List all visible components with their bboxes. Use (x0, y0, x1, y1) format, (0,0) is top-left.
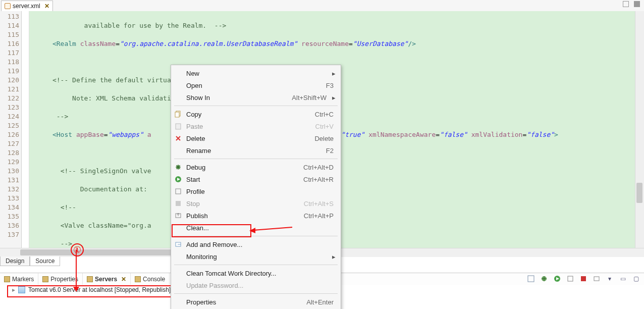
menu-publish[interactable]: PublishCtrl+Alt+P (171, 210, 341, 222)
delete-icon (174, 134, 182, 142)
menu-monitoring[interactable]: Monitoring (171, 250, 341, 263)
xml-file-icon (5, 3, 11, 9)
menu-copy[interactable]: CopyCtrl+C (171, 108, 341, 120)
menu-new[interactable]: New (171, 67, 341, 79)
menu-shortcut: F2 (326, 147, 334, 154)
annotation-arrow-1-head (73, 287, 79, 292)
scrollbar-thumb[interactable] (636, 183, 642, 203)
close-tab-icon[interactable]: ✕ (42, 3, 49, 10)
view-tab-label: Servers (95, 276, 117, 283)
menu-debug[interactable]: DebugCtrl+Alt+D (171, 161, 341, 173)
menu-show-in[interactable]: Show InAlt+Shift+W (171, 91, 341, 104)
copy-icon (174, 110, 182, 118)
properties-icon (42, 276, 48, 282)
file-tab-label: server.xml (13, 3, 40, 10)
line-number-gutter: 113 114 115 116 117 118 119 120 121 122 … (0, 11, 22, 256)
menu-label: Publish (186, 212, 208, 220)
maximize-view-icon[interactable]: ▢ (632, 275, 640, 283)
run-icon[interactable] (553, 275, 561, 283)
file-tab-serverxml[interactable]: server.xml ✕ (1, 1, 53, 11)
add-remove-icon (174, 240, 182, 248)
workbench: server.xml ✕ 113 114 115 116 117 118 119… (0, 0, 644, 309)
menu-open[interactable]: OpenF3 (171, 79, 341, 91)
context-menu: New OpenF3 Show InAlt+Shift+W CopyCtrl+C… (171, 65, 341, 309)
menu-rename[interactable]: RenameF2 (171, 144, 341, 157)
menu-label: Clean Tomcat Work Directory... (186, 270, 276, 277)
publish-icon[interactable] (593, 275, 601, 283)
close-view-icon[interactable]: ✕ (119, 276, 126, 283)
server-icon (18, 286, 25, 293)
menu-shortcut: Ctrl+Alt+D (303, 164, 334, 171)
menu-label: Update Password... (186, 282, 243, 289)
menu-delete[interactable]: DeleteDelete (171, 132, 341, 144)
minimize-view-icon[interactable]: ▭ (619, 275, 627, 283)
menu-shortcut: F3 (326, 82, 334, 89)
menu-separator (174, 106, 338, 106)
menu-paste: PasteCtrl+V (171, 120, 341, 132)
menu-shortcut: Ctrl+Alt+R (303, 176, 334, 183)
annotation-arrow-1-line (76, 249, 77, 289)
tab-source[interactable]: Source (30, 256, 60, 266)
annotation-number-1: ① (71, 243, 84, 256)
svg-rect-5 (581, 276, 586, 281)
menu-shortcut: Ctrl+Alt+P (304, 212, 334, 220)
menu-label: Copy (186, 111, 201, 118)
servers-toolbar: ▾ ▭ ▢ (527, 275, 640, 283)
view-tab-markers[interactable]: Markers (0, 273, 38, 285)
menu-separator (174, 293, 338, 294)
stop-icon (174, 199, 182, 208)
menu-separator (174, 159, 338, 159)
server-node-label: Tomcat v6.0 Server at localhost [Stopped… (28, 286, 171, 293)
menu-label: Delete (186, 135, 205, 142)
minimize-icon[interactable] (623, 1, 629, 7)
menu-add-remove[interactable]: Add and Remove... (171, 238, 341, 250)
svg-marker-18 (249, 228, 255, 233)
stop-icon[interactable] (579, 275, 587, 283)
menu-shortcut: Ctrl+Alt+S (304, 200, 334, 208)
new-server-icon[interactable] (527, 275, 535, 283)
svg-rect-8 (175, 112, 179, 117)
bug-icon (174, 163, 182, 171)
menu-update-password: Update Password... (171, 279, 341, 291)
svg-rect-9 (176, 124, 181, 129)
play-icon (174, 175, 182, 183)
view-menu-icon[interactable]: ▾ (606, 275, 614, 283)
editor-window-controls (623, 1, 640, 7)
profile-icon (174, 187, 182, 195)
menu-label: Rename (186, 147, 211, 154)
annotation-arrow-2 (249, 222, 295, 237)
menu-properties[interactable]: PropertiesAlt+Enter (171, 296, 341, 308)
menu-label: Stop (186, 200, 200, 208)
scrollbar-thumb[interactable] (20, 249, 172, 255)
profile-icon[interactable] (566, 275, 574, 283)
menu-profile[interactable]: Profile (171, 185, 341, 197)
svg-rect-14 (176, 201, 181, 206)
menu-label: Start (186, 176, 200, 183)
maximize-icon[interactable] (634, 1, 640, 7)
svg-rect-0 (528, 276, 534, 282)
menu-label: Profile (186, 188, 205, 195)
svg-rect-4 (568, 276, 573, 281)
view-tab-label: Console (143, 276, 165, 283)
tab-design[interactable]: Design (0, 256, 30, 266)
menu-label: Show In (186, 94, 210, 101)
console-icon (135, 276, 141, 282)
menu-clean-work-dir[interactable]: Clean Tomcat Work Directory... (171, 267, 341, 279)
svg-line-17 (253, 227, 292, 230)
fold-column (22, 11, 29, 256)
menu-start[interactable]: StartCtrl+Alt+R (171, 173, 341, 185)
menu-label: New (186, 70, 199, 77)
menu-shortcut: Alt+Enter (306, 298, 334, 306)
menu-shortcut: Delete (314, 135, 334, 142)
menu-label: Clean... (186, 224, 209, 232)
paste-icon (174, 122, 182, 130)
menu-shortcut: Ctrl+V (315, 123, 334, 130)
menu-label: Debug (186, 164, 205, 171)
vertical-scrollbar[interactable] (635, 11, 644, 256)
menu-separator (174, 265, 338, 265)
menu-shortcut: Ctrl+C (315, 111, 334, 118)
debug-icon[interactable] (540, 275, 548, 283)
view-tab-console[interactable]: Console (131, 273, 170, 285)
editor-bottom-tabs: Design Source (0, 256, 60, 267)
view-tab-servers[interactable]: Servers ✕ (83, 273, 131, 285)
